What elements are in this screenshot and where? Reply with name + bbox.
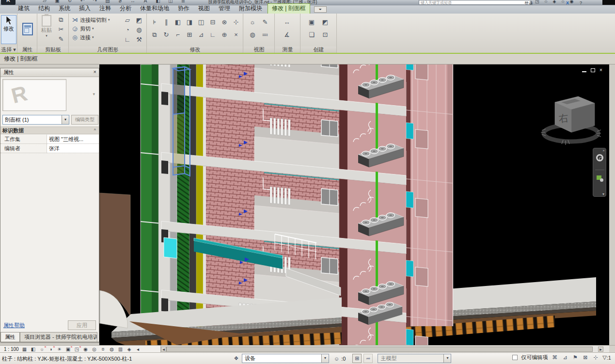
reveal-hidden-elements-icon[interactable]: ¤ (100, 346, 107, 352)
sun-settings-icon[interactable]: ☀ (56, 346, 63, 352)
workset-dropdown-icon[interactable]: ▾ (321, 354, 329, 363)
measure-between-refs-icon[interactable]: ↔ (281, 17, 293, 27)
join-button[interactable]: ◎ 连接 ▾ (71, 33, 110, 42)
delete-icon[interactable]: × (230, 30, 242, 40)
linework-icon[interactable]: ◍ (247, 30, 258, 40)
worksets-status-icon[interactable]: ⌘ (551, 354, 558, 361)
default-3d-view-icon[interactable]: ◧ (155, 0, 161, 3)
override-graphics-icon[interactable]: ✎ (259, 17, 271, 27)
close-inactive-icon[interactable]: ⊠ (582, 354, 589, 361)
property-row-edited-by[interactable]: 编辑者 张洋 (0, 144, 99, 153)
move-icon[interactable]: ⊹ (230, 17, 242, 27)
type-selector[interactable]: 剖面框 (1) ▾ (2, 115, 69, 125)
horizontal-scrollbar[interactable]: ◀ ▶ (161, 347, 603, 352)
ribbon-tab[interactable]: 结构 (34, 4, 54, 14)
create-parts-icon[interactable]: ⊡ (319, 30, 331, 40)
paste-button[interactable]: 粘贴 ▾ (39, 15, 54, 38)
rotate-icon[interactable]: ↻ (160, 30, 172, 40)
identity-data-header[interactable]: 标识数据 ^ (0, 127, 99, 134)
viewcube[interactable]: 右 (541, 96, 601, 145)
copy-to-clipboard-icon[interactable]: ⧉ (55, 15, 67, 25)
filter-group[interactable]: ▽ :1 (602, 354, 611, 361)
beam-coping-icon[interactable]: ▱ (122, 16, 133, 25)
ribbon-tab[interactable]: 管理 (214, 4, 235, 14)
tab-project-browser[interactable]: 项目浏览器 - 技师学院机电培训... (20, 332, 97, 342)
minimize-view-icon[interactable] (582, 71, 586, 72)
displacement-icon[interactable]: ◈ (126, 346, 133, 352)
create-group-icon[interactable]: ▣ (306, 17, 317, 27)
create-assembly-icon[interactable]: ❏ (306, 30, 317, 40)
active-workset-select[interactable]: 设备 ▾ (242, 354, 329, 363)
visual-style-icon[interactable]: ◧ (30, 346, 37, 352)
split-face-icon[interactable]: ◔ (122, 25, 133, 35)
crop-view-icon[interactable]: ▣ × (65, 346, 72, 352)
panel-label-clipboard[interactable]: 剪贴板 (38, 47, 68, 53)
print-icon[interactable]: ▤ (105, 0, 110, 3)
restore-view-icon[interactable] (591, 68, 595, 72)
align-icon[interactable]: ⊧ (149, 17, 160, 27)
links-status-icon[interactable]: ⊿ (561, 354, 568, 361)
hide-in-view-icon[interactable]: ☼ (247, 17, 258, 27)
temporary-view-properties-icon[interactable]: ▥ (117, 346, 124, 352)
create-similar-icon[interactable]: ◩ (319, 17, 331, 27)
measure-along-element-icon[interactable]: ∡ (281, 30, 293, 40)
horizontal-scroll-thumb[interactable] (166, 347, 593, 352)
drawing-area[interactable]: 右 × × ▾ ▲ ▼ (99, 64, 609, 345)
text-icon[interactable]: A (142, 0, 148, 3)
palette-close-icon[interactable]: × (94, 69, 96, 75)
zoom-tool-icon[interactable] (597, 175, 601, 180)
ribbon-tab[interactable]: 注释 (95, 4, 115, 14)
ribbon-tab[interactable]: 附加模块 (235, 4, 267, 14)
cut-button[interactable]: ◶ 剪切 ▾ (71, 24, 110, 33)
sign-in-label[interactable]: 登录 (524, 0, 533, 5)
steering-wheel-icon[interactable] (596, 154, 603, 161)
measure-icon[interactable]: ⌀ (117, 0, 123, 3)
panel-label-geometry[interactable]: 几何图形 (69, 47, 146, 53)
relinquish-button[interactable]: ➦ (363, 354, 373, 363)
match-type-icon[interactable]: ✎ (55, 34, 67, 44)
ribbon-tab[interactable]: 分析 (115, 4, 136, 14)
shadows-icon[interactable]: ◑ × (47, 346, 54, 352)
thin-lines-icon[interactable]: ≣ (180, 0, 186, 3)
save-icon[interactable]: ▣ (54, 0, 60, 3)
design-option-select[interactable]: 主模型 ▾ (378, 354, 451, 363)
mirror-draw-axis-icon[interactable]: ◨ (184, 17, 195, 27)
communication-center-icon[interactable]: ◈ (553, 0, 556, 4)
properties-help-link[interactable]: 属性帮助 (3, 322, 25, 329)
open-icon[interactable]: ▱ (42, 0, 47, 3)
design-option-dropdown-icon[interactable]: ▾ (443, 354, 451, 363)
workcenter-icon[interactable]: ☆ (544, 0, 548, 4)
trim-extend-single-icon[interactable]: ∟ (207, 30, 219, 40)
pin-icon[interactable]: ⊕ (219, 30, 230, 40)
edit-type-button[interactable]: 编辑类型 (71, 115, 98, 125)
hidden-lines-icon[interactable]: ≕ (259, 30, 271, 40)
unpin-icon[interactable]: ⊗ (219, 17, 230, 27)
properties-palette-button[interactable] (21, 15, 34, 43)
detail-level-icon[interactable]: ▦ (21, 346, 28, 352)
sign-in-user-icon[interactable]: ◉ (570, 0, 574, 4)
temporary-hide-isolate-icon[interactable]: ◎ (91, 346, 98, 352)
navbar-close-icon[interactable]: × (602, 148, 605, 153)
undo-icon[interactable]: ↶ (79, 0, 85, 3)
collapse-icon[interactable]: ^ (94, 127, 96, 134)
warnings-icon[interactable]: ⚑ (571, 354, 579, 361)
ribbon-display-toggle[interactable]: ⏷ (314, 6, 327, 13)
redo-icon[interactable]: ↷ (92, 0, 98, 3)
mirror-pick-axis-icon[interactable]: ◧ (172, 17, 184, 27)
ribbon-tab[interactable]: 插入 (75, 4, 95, 14)
scroll-left-icon[interactable]: ◀ (161, 347, 166, 352)
tab-properties[interactable]: 属性 (0, 332, 20, 342)
demolish-hammer-icon[interactable]: ⚒ (133, 35, 145, 45)
section-icon[interactable]: ◫ (168, 0, 173, 3)
preview-dropdown-icon[interactable]: ▾ (93, 92, 95, 96)
wall-joins-icon[interactable]: ◩ (133, 16, 145, 25)
navbar-expand-icon[interactable]: ▾ (602, 192, 604, 196)
cut-ends-button[interactable]: ⋊ 连接端切割 ▾ (71, 16, 110, 24)
copy-icon[interactable]: ⧉ (149, 30, 160, 40)
sync-with-central-icon[interactable]: ↻ (67, 0, 73, 3)
favorites-icon[interactable]: ☆ (561, 0, 565, 4)
type-selector-dropdown-icon[interactable]: ▾ (62, 115, 69, 124)
scroll-right-icon[interactable]: ▶ (598, 347, 603, 352)
panel-label-select[interactable]: 选择 ▾ (0, 47, 17, 53)
view-scale[interactable]: 1 : 100 (4, 347, 19, 352)
